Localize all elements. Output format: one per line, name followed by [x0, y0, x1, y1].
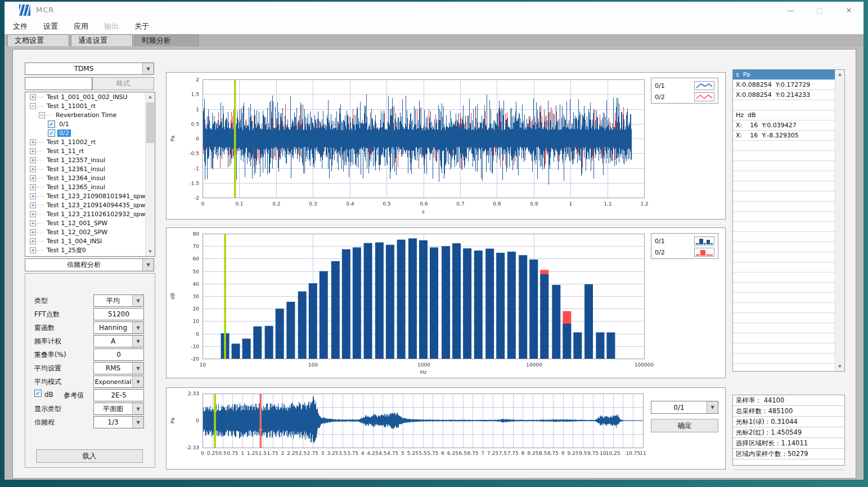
scroll-up-icon[interactable]: ▲ — [835, 70, 844, 79]
time-waveform-chart[interactable] — [167, 73, 724, 218]
tree-item[interactable]: +Test 1_001_001_002_INSU — [25, 92, 155, 101]
octave-spectrum-legend[interactable]: 0/10/2 — [651, 233, 718, 259]
chevron-down-icon[interactable]: ▼ — [132, 417, 143, 428]
tree-item[interactable]: −Reverberation Time — [25, 110, 155, 119]
octave-spectrum-chart[interactable] — [167, 228, 724, 377]
tree-item[interactable]: +Test 1_11002_rt — [25, 137, 155, 146]
tree-item[interactable]: +Test 1_1_004_INSI — [25, 236, 155, 245]
scroll-down-icon[interactable]: ▼ — [146, 247, 155, 256]
menu-about[interactable]: 关于 — [127, 19, 156, 34]
cursor-list-row[interactable] — [733, 252, 835, 262]
overview-waveform-chart[interactable] — [167, 388, 724, 468]
cursor-list-row[interactable] — [733, 181, 835, 191]
cursor-list-row[interactable] — [733, 212, 835, 222]
tree-item-label[interactable]: Test 1_11001_rt — [45, 102, 97, 110]
time-waveform-legend[interactable]: 0/10/2 — [651, 78, 718, 104]
chevron-down-icon[interactable]: ▼ — [142, 259, 154, 271]
confirm-button[interactable]: 确定 — [651, 419, 718, 432]
expand-icon[interactable]: + — [30, 148, 36, 154]
cursor-list-row[interactable]: X: 16 Y:0.039427 — [733, 120, 835, 131]
menu-file[interactable]: 文件 — [6, 19, 35, 34]
expand-icon[interactable]: + — [30, 220, 36, 226]
tree-item-label[interactable]: Test 1_123_210908101941_spw — [45, 193, 147, 200]
expand-icon[interactable]: + — [30, 157, 36, 163]
cursor-list-row[interactable]: s Pa — [733, 70, 835, 80]
scroll-up-icon[interactable]: ▲ — [146, 92, 155, 101]
expand-icon[interactable]: + — [30, 184, 36, 190]
chevron-down-icon[interactable]: ▼ — [707, 401, 718, 413]
tree-item[interactable]: +Test 1_11_rt — [25, 146, 155, 155]
tree-item-label[interactable]: Test 1_12364_insul — [45, 175, 107, 182]
expand-icon[interactable]: + — [30, 139, 36, 145]
cursor-list-row[interactable] — [733, 283, 835, 293]
tree-item[interactable]: +Test 1_123_211026102932_spw — [25, 209, 155, 218]
expand-icon[interactable]: + — [30, 202, 36, 208]
cursor-list-row[interactable] — [733, 100, 835, 110]
tree-item-label[interactable]: 0/2 — [57, 129, 71, 137]
tree-item[interactable]: +Test 1_12357_insul — [25, 155, 155, 164]
cursor-list-row[interactable]: Hz dB — [733, 110, 835, 120]
chevron-down-icon[interactable]: ▼ — [132, 403, 143, 414]
minimize-button[interactable]: — — [776, 2, 805, 19]
expand-icon[interactable]: + — [30, 211, 36, 217]
chevron-down-icon[interactable]: ▼ — [132, 322, 143, 333]
cursor-list-row[interactable] — [733, 171, 835, 181]
expand-icon[interactable]: + — [30, 166, 36, 172]
avg-mode-select[interactable]: Exponential▼ — [93, 376, 144, 388]
tree-item[interactable]: +Test 1_12_001_SPW — [25, 218, 155, 227]
cursor-list-row[interactable] — [733, 262, 835, 272]
channel-checkbox[interactable]: ✓ — [48, 120, 55, 128]
cursor-list-row[interactable] — [733, 222, 835, 232]
cursor-list-row[interactable] — [733, 141, 835, 151]
avg-setting-select[interactable]: RMS▼ — [93, 362, 144, 374]
cursor-list-row[interactable] — [733, 191, 835, 202]
tree-item-label[interactable]: Test 1_12_001_SPW — [45, 220, 109, 227]
expand-icon[interactable]: + — [30, 193, 36, 199]
cursor-list-row[interactable] — [733, 343, 835, 354]
overlap-input[interactable]: 0 — [93, 349, 144, 361]
chevron-down-icon[interactable]: ▼ — [132, 336, 143, 347]
tree-item-label[interactable]: Test 1_12361_insul — [45, 166, 107, 173]
chevron-down-icon[interactable]: ▼ — [142, 63, 154, 74]
tree-item-label[interactable]: Test 1_11002_rt — [45, 138, 97, 146]
tree-item[interactable]: ✓0/2 — [25, 128, 155, 137]
cursor-list-row[interactable]: X:0.088254 Y:0.214233 — [733, 90, 835, 100]
expand-icon[interactable]: + — [30, 94, 36, 100]
cursor-list-row[interactable] — [733, 323, 835, 333]
cursor-list-row[interactable] — [733, 313, 835, 323]
fft-points-input[interactable]: 51200 — [93, 308, 144, 320]
cursor-list-row[interactable]: X:0.088254 Y:0.172729 — [733, 80, 835, 90]
cursor-list-row[interactable] — [733, 354, 835, 364]
expand-icon[interactable]: + — [30, 238, 36, 244]
cursor-list-row[interactable] — [733, 202, 835, 212]
type-select[interactable]: 平均▼ — [93, 294, 144, 307]
menu-apply[interactable]: 应用 — [66, 19, 96, 34]
tree-item[interactable]: +Test 1_123_210914094435_spw — [25, 200, 155, 209]
tree-scrollbar-thumb[interactable] — [146, 102, 154, 143]
tree-item-label[interactable]: Test 1_123_210914094435_spw — [45, 202, 147, 209]
chevron-down-icon[interactable]: ▼ — [132, 363, 143, 374]
chevron-down-icon[interactable]: ▼ — [132, 376, 143, 387]
collapse-icon[interactable]: − — [30, 103, 36, 109]
db-checkbox[interactable]: ✓ — [34, 390, 42, 397]
freq-weighting-select[interactable]: A▼ — [93, 335, 144, 347]
file-format-select[interactable]: TDMS ▼ — [25, 62, 154, 75]
tree-item[interactable]: +Test 1_12364_insul — [25, 173, 155, 182]
cursor-list-row[interactable] — [733, 303, 835, 313]
tree-item[interactable]: ✓0/1 — [25, 119, 155, 128]
cursor-list-row[interactable] — [733, 272, 835, 283]
cursor-list-row[interactable] — [733, 293, 835, 303]
cursor-list-row[interactable] — [733, 364, 835, 371]
cursor-list-row[interactable] — [733, 232, 835, 242]
expand-icon[interactable]: + — [30, 229, 36, 235]
menu-settings[interactable]: 设置 — [36, 19, 65, 34]
tree-item-label[interactable]: Test 1_11_rt — [45, 148, 86, 155]
expand-icon[interactable]: + — [30, 247, 36, 253]
tree-item-label[interactable]: Test 1_001_001_002_INSU — [45, 93, 129, 101]
cursor-list-row[interactable] — [733, 333, 835, 343]
tree-item-label[interactable]: Test 1_12_002_SPW — [45, 229, 109, 236]
tab-channel-settings[interactable]: 通道设置 — [71, 34, 133, 46]
window-fn-select[interactable]: Hanning▼ — [93, 321, 144, 334]
cursor-list-row[interactable] — [733, 151, 835, 161]
chevron-down-icon[interactable]: ▼ — [132, 295, 143, 306]
